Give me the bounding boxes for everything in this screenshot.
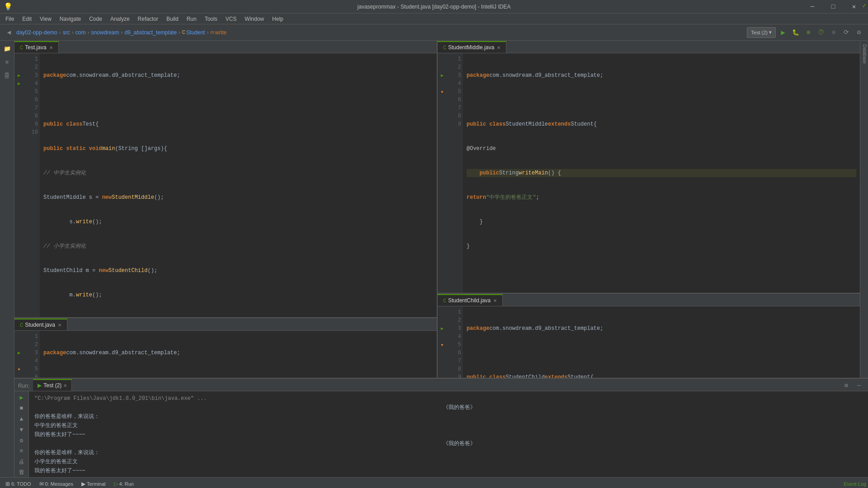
gutter-7 — [14, 104, 24, 112]
right-sidebar: Database — [860, 41, 868, 378]
student-java-tab-bar: C Student.java ✕ — [14, 318, 437, 331]
student-java-close-icon[interactable]: ✕ — [58, 323, 61, 328]
settings-button[interactable]: ⚙ — [854, 27, 864, 38]
student-java-code-area[interactable]: ▶ ● ▶ — [14, 331, 437, 378]
nav-back-button[interactable]: ◀ — [4, 27, 14, 38]
scroll-down-button[interactable]: ▼ — [16, 425, 27, 435]
menu-navigate[interactable]: Navigate — [56, 15, 85, 23]
breadcrumb-project[interactable]: day02-opp-demo — [16, 29, 57, 36]
tab-run-test[interactable]: ▶ Test (2) ✕ — [33, 379, 72, 391]
test-java-code-lines[interactable]: package com.snowdream.d9_abstract_templa… — [40, 53, 437, 317]
breadcrumb-method[interactable]: write — [215, 29, 226, 36]
stop-run-button[interactable]: ■ — [16, 404, 27, 413]
run-button[interactable]: ▶ — [778, 27, 788, 38]
coverage-button[interactable]: ⊛ — [803, 27, 814, 38]
student-child-editor: C StudentChild.java ✕ ✓ ▶ — [438, 294, 860, 378]
stop-button[interactable]: ■ — [828, 27, 839, 38]
tab-student-child[interactable]: C StudentChild.java ✕ — [438, 294, 503, 306]
sg-2 — [14, 341, 24, 349]
menu-file[interactable]: File — [2, 15, 18, 23]
breadcrumb-class-icon: C — [182, 30, 185, 35]
student-child-code-area[interactable]: ▶ ● 12345 6789 — [438, 306, 860, 378]
student-middle-close-icon[interactable]: ✕ — [497, 45, 500, 50]
tab-student-java[interactable]: C Student.java ✕ — [14, 319, 67, 330]
smg-3[interactable]: ▶ — [438, 71, 447, 80]
menu-analyze[interactable]: Analyze — [107, 15, 133, 23]
scg-3[interactable]: ▶ — [438, 324, 447, 333]
run-test-tab-icon: ▶ — [38, 382, 42, 389]
chevron-down-icon: ▾ — [769, 29, 772, 35]
close-button[interactable]: ✕ — [844, 0, 864, 14]
tab-student-middle[interactable]: C StudentMiddle.java ✕ — [438, 41, 506, 53]
breadcrumb-src[interactable]: src — [63, 29, 70, 36]
breadcrumb-class[interactable]: Student — [186, 29, 205, 36]
breadcrumb-snowdream[interactable]: snowdream — [91, 29, 119, 36]
student-middle-code-area[interactable]: ▶ ● 12345 6789 — [438, 53, 860, 293]
run-label: Run: — [14, 381, 33, 391]
tab-test-java[interactable]: C Test.java ✕ — [14, 41, 59, 53]
run-test-close-icon[interactable]: ✕ — [63, 383, 67, 388]
menu-refactor[interactable]: Refactor — [134, 15, 162, 23]
output-line-7: 小学生的爸爸正文 — [34, 457, 863, 466]
event-log-label[interactable]: Event Log — [844, 481, 866, 487]
bottom-minimize-button[interactable]: ─ — [854, 380, 864, 391]
breadcrumb-com[interactable]: com — [75, 29, 86, 36]
rerun-button[interactable]: ▶ — [16, 393, 27, 403]
debug-button[interactable]: 🐛 — [790, 27, 801, 38]
student-java-code-lines[interactable]: package com.snowdream.d9_abstract_templa… — [40, 331, 437, 378]
structure-sidebar-button[interactable]: ≡ — [1, 56, 14, 69]
gutter-3-run[interactable]: ▶ — [14, 71, 24, 80]
student-child-tab-icon: C — [443, 298, 446, 303]
run-print-button[interactable]: 🖨 — [16, 457, 27, 467]
messages-icon: ✉ — [39, 481, 44, 487]
scroll-up-button[interactable]: ▲ — [16, 414, 27, 424]
titlebar-left: 💡 — [4, 2, 16, 11]
terminal-tool[interactable]: ▶ Terminal — [78, 480, 109, 488]
menu-run[interactable]: Run — [183, 15, 200, 23]
test-java-code-area[interactable]: ▶ ▶ 12345 678910 — [14, 53, 437, 317]
menu-tools[interactable]: Tools — [201, 15, 221, 23]
run-filter-button[interactable]: ≡ — [16, 446, 27, 456]
sg-3-run[interactable]: ▶ — [14, 349, 24, 357]
sync-button[interactable]: ⟳ — [841, 27, 852, 38]
gutter-2 — [14, 63, 24, 71]
menu-window[interactable]: Window — [241, 15, 268, 23]
test-java-close-icon[interactable]: ✕ — [49, 45, 53, 50]
test-java-gutter: ▶ ▶ — [14, 53, 24, 317]
run-tool[interactable]: ▷ 4: Run — [110, 480, 137, 488]
student-child-close-icon[interactable]: ✕ — [493, 298, 497, 303]
breadcrumb-package[interactable]: d9_abstract_template — [124, 29, 176, 36]
gutter-4-run[interactable]: ▶ — [14, 80, 24, 88]
database-sidebar-btn[interactable]: Database — [860, 41, 868, 67]
minimize-button[interactable]: ─ — [802, 0, 823, 14]
bottom-settings-button[interactable]: ⚙ — [841, 380, 852, 391]
smg-5[interactable]: ● — [438, 88, 447, 96]
sg-1 — [14, 333, 24, 341]
bottom-tab-bar: Run: ▶ Test (2) ✕ ⚙ ─ — [14, 379, 868, 391]
student-middle-code-lines[interactable]: package com.snowdream.d9_abstract_templa… — [463, 53, 860, 293]
menu-edit[interactable]: Edit — [19, 15, 35, 23]
sg-5-run[interactable]: ● — [14, 365, 24, 373]
todo-tool[interactable]: ⊞ 6: TODO — [2, 480, 35, 488]
scg-5[interactable]: ● — [438, 341, 447, 349]
profile-button[interactable]: ⏱ — [816, 27, 826, 38]
run-config-selector[interactable]: Test (2) ▾ — [747, 27, 776, 38]
run-settings-button[interactable]: ⚙ — [16, 436, 27, 446]
menu-view[interactable]: View — [36, 15, 55, 23]
run-clear-button[interactable]: 🗑 — [16, 468, 27, 477]
output-line-6: 你的爸爸是啥样，来说说： — [34, 448, 863, 457]
smg-8 — [438, 112, 447, 120]
menu-vcs[interactable]: VCS — [222, 15, 241, 23]
run-test-tab-label: Test (2) — [43, 382, 61, 389]
menu-help[interactable]: Help — [269, 15, 287, 23]
project-sidebar-button[interactable]: 📁 — [1, 42, 14, 55]
menu-code[interactable]: Code — [85, 15, 106, 23]
menu-build[interactable]: Build — [163, 15, 182, 23]
database-sidebar-button[interactable]: 🗄 — [1, 70, 14, 82]
messages-tool[interactable]: ✉ 0: Messages — [36, 480, 77, 488]
student-child-code-lines[interactable]: package com.snowdream.d9_abstract_templa… — [463, 306, 860, 378]
titlebar: 💡 javaseprommax - Student.java [day02-op… — [0, 0, 868, 14]
editor-area: C Test.java ✕ ▶ ▶ — [14, 41, 868, 477]
maximize-button[interactable]: □ — [823, 0, 844, 14]
terminal-icon: ▶ — [81, 481, 85, 487]
